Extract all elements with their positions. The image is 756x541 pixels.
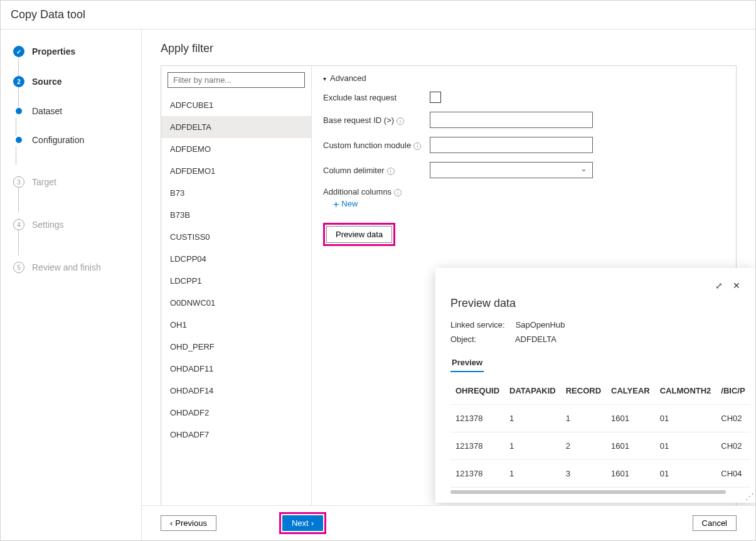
list-item[interactable]: LDCPP04 [161, 248, 311, 270]
preview-table: OHREQUIDDATAPAKIDRECORDCALYEARCALMONTH2/… [450, 377, 750, 488]
step-review: 5Review and finish [1, 258, 141, 277]
wizard-steps: ✓Properties 2Source Dataset Configuratio… [1, 29, 142, 540]
step-configuration[interactable]: Configuration [1, 131, 141, 149]
page-title: Apply filter [161, 42, 737, 55]
list-item[interactable]: OHDADF11 [161, 358, 311, 380]
dot-icon [16, 108, 22, 114]
step-label: Source [32, 77, 61, 87]
column-header: DATAPAKID [504, 377, 561, 405]
base-request-label: Base request ID (>)i [323, 115, 430, 125]
dot-icon [16, 137, 22, 143]
popup-object: Object: ADFDELTA [450, 335, 740, 344]
step-properties[interactable]: ✓Properties [1, 42, 141, 61]
table-row[interactable]: 12137813160101CH04 [450, 460, 750, 488]
list-item[interactable]: ADFDEMO [161, 138, 311, 160]
col-delim-label: Column delimiteri [323, 166, 430, 175]
step-target: 3Target [1, 173, 141, 191]
column-header: CALMONTH2 [655, 377, 716, 405]
info-icon[interactable]: i [387, 168, 395, 175]
custom-func-input[interactable] [430, 137, 593, 153]
step-label: Target [32, 177, 56, 187]
list-item[interactable]: LDCPP1 [161, 270, 311, 292]
chevron-left-icon: ‹ [170, 518, 173, 528]
step-number-icon: 2 [13, 76, 24, 87]
list-item[interactable]: OHDADF14 [161, 380, 311, 402]
list-item[interactable]: OH1 [161, 314, 311, 336]
step-label: Properties [32, 46, 75, 56]
list-item[interactable]: CUSTISS0 [161, 226, 311, 248]
info-icon[interactable]: i [394, 189, 402, 196]
step-label: Settings [32, 220, 64, 230]
list-item[interactable]: B73 [161, 182, 311, 204]
step-source[interactable]: 2Source [1, 72, 141, 91]
chevron-right-icon: › [311, 518, 314, 528]
object-list: ADFCUBE1ADFDELTAADFDEMOADFDEMO1B73B73BCU… [161, 66, 312, 505]
window-title: Copy Data tool [1, 1, 755, 29]
step-dataset[interactable]: Dataset [1, 102, 141, 120]
column-header: RECORD [561, 377, 606, 405]
base-request-input[interactable] [430, 112, 593, 128]
check-icon: ✓ [13, 46, 24, 57]
popup-linked-service: Linked service: SapOpenHub [450, 320, 740, 329]
list-item[interactable]: ADFDELTA [161, 116, 311, 138]
column-header: OHREQUID [450, 377, 504, 405]
info-icon[interactable]: i [397, 117, 404, 125]
info-icon[interactable]: i [413, 142, 421, 150]
next-button[interactable]: Next› [282, 515, 323, 531]
list-item[interactable]: ADFDEMO1 [161, 160, 311, 182]
add-column-link[interactable]: +New [333, 199, 358, 210]
previous-button[interactable]: ‹Previous [161, 515, 216, 531]
step-number-icon: 5 [13, 262, 24, 273]
step-label: Review and finish [32, 262, 101, 272]
list-item[interactable]: OHDADF7 [161, 424, 311, 446]
additional-cols-label: Additional columnsi [323, 187, 430, 196]
popup-title: Preview data [450, 297, 740, 310]
list-item[interactable]: OHDADF2 [161, 402, 311, 424]
filter-input[interactable] [168, 72, 305, 88]
footer: ‹Previous Next› Cancel [142, 505, 755, 540]
resize-handle-icon[interactable]: ⋰ [745, 491, 754, 501]
table-row[interactable]: 12137812160101CH02 [450, 432, 750, 460]
list-item[interactable]: B73B [161, 204, 311, 226]
step-number-icon: 3 [13, 176, 24, 188]
exclude-last-label: Exclude last request [323, 93, 430, 102]
preview-popup: ⤢ ✕ Preview data Linked service: SapOpen… [435, 268, 755, 503]
expand-icon[interactable]: ⤢ [715, 281, 723, 291]
list-item[interactable]: O0DNWC01 [161, 292, 311, 314]
step-settings: 4Settings [1, 215, 141, 234]
plus-icon: + [333, 199, 339, 210]
step-label: Dataset [32, 106, 62, 116]
horizontal-scrollbar[interactable] [450, 490, 726, 494]
list-item[interactable]: ADFCUBE1 [161, 94, 311, 116]
table-row[interactable]: 12137811160101CH02 [450, 405, 750, 432]
list-item[interactable]: OHD_PERF [161, 336, 311, 358]
custom-func-label: Custom function modulei [323, 141, 430, 150]
col-delim-select[interactable] [430, 162, 593, 178]
step-number-icon: 4 [13, 219, 24, 230]
step-label: Configuration [32, 135, 84, 145]
advanced-toggle[interactable]: Advanced [323, 73, 725, 83]
column-header: CALYEAR [606, 377, 655, 405]
cancel-button[interactable]: Cancel [693, 515, 737, 531]
column-header: /BIC/P [716, 377, 750, 405]
exclude-last-checkbox[interactable] [430, 92, 441, 103]
close-icon[interactable]: ✕ [733, 281, 740, 291]
tab-preview[interactable]: Preview [450, 354, 484, 372]
preview-data-button[interactable]: Preview data [326, 226, 392, 243]
